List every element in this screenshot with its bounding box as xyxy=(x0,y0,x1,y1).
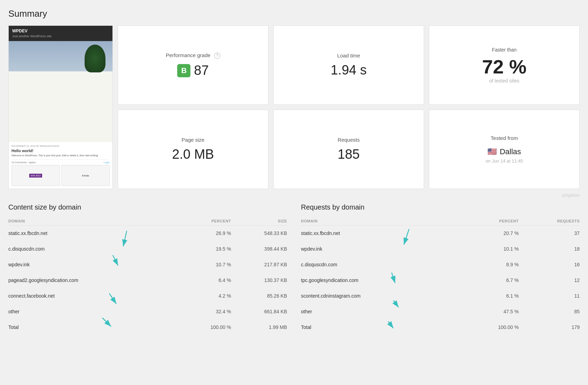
pingdom-label: pingdom xyxy=(8,192,580,198)
content-size-section: Content size by domain xyxy=(8,203,287,335)
load-time-value: 1.94 s xyxy=(331,63,367,78)
domain-sections: Content size by domain xyxy=(8,203,580,335)
faster-than-label: Faster than xyxy=(492,47,517,53)
page-title: Summary xyxy=(8,8,580,19)
requests-card: Requests 185 xyxy=(273,110,424,189)
requests-cell: 179 xyxy=(519,320,580,335)
size-cell: 398.44 KB xyxy=(231,241,287,257)
site-preview-content: NOVEMBER 18, 2016 BY BRIANJACKSON Hello … xyxy=(9,142,112,189)
domain-cell: c.disquscdn.com xyxy=(301,257,463,273)
domain-cell: connect.facebook.net xyxy=(8,288,180,304)
performance-grade-card: Performance grade ? B 87 xyxy=(118,25,268,105)
tested-from-card: Tested from 🇺🇸 Dallas on Jun 14 at 11:45 xyxy=(429,110,580,189)
content-size-title: Content size by domain xyxy=(8,203,287,211)
tested-from-label: Tested from xyxy=(491,135,518,141)
requests-domain-table-body: static.xx.fbcdn.net 20.7 % 37 wpdev.ink … xyxy=(301,226,580,335)
size-cell: 548.33 KB xyxy=(231,226,287,241)
size-cell: 130.37 KB xyxy=(231,273,287,288)
percent-cell: 100.00 % xyxy=(463,320,519,335)
table-row: other 32.4 % 661.84 KB xyxy=(8,304,287,320)
percent-cell: 6.4 % xyxy=(180,273,231,288)
content-size-size-header: SIZE xyxy=(231,217,287,226)
requests-percent-header: PERCENT xyxy=(463,217,519,226)
site-preview-header: WPDEVJust another WordPress site xyxy=(9,26,112,41)
percent-cell: 6.1 % xyxy=(463,288,519,304)
summary-section: WPDEVJust another WordPress site NOVEMBE… xyxy=(8,25,580,189)
size-cell: 661.84 KB xyxy=(231,304,287,320)
requests-label: Requests xyxy=(338,137,360,143)
faster-than-percent: 72 % xyxy=(482,55,527,78)
metrics-grid: Performance grade ? B 87 Load time 1.94 … xyxy=(118,25,580,189)
us-flag-icon: 🇺🇸 xyxy=(487,147,497,156)
size-cell: 217.87 KB xyxy=(231,257,287,273)
table-row: Total 100.00 % 1.99 MB xyxy=(8,320,287,335)
domain-cell: wpdev.ink xyxy=(8,257,180,273)
tested-city: Dallas xyxy=(500,147,521,156)
percent-cell: 10.1 % xyxy=(463,241,519,257)
percent-cell: 100.00 % xyxy=(180,320,231,335)
size-cell: 1.99 MB xyxy=(231,320,287,335)
requests-cell: 16 xyxy=(519,257,580,273)
requests-cell: 37 xyxy=(519,226,580,241)
site-preview: WPDEVJust another WordPress site NOVEMBE… xyxy=(8,25,113,189)
load-time-card: Load time 1.94 s xyxy=(273,25,424,105)
content-size-table: DOMAIN PERCENT SIZE static.xx.fbcdn.net … xyxy=(8,217,287,335)
domain-cell: other xyxy=(301,304,463,320)
domain-cell: scontent.cdninstagram.com xyxy=(301,288,463,304)
faster-than-sub: of tested sites xyxy=(489,78,519,84)
requests-domain-table: DOMAIN PERCENT REQUESTS static.xx.fbcdn.… xyxy=(301,217,580,335)
percent-cell: 19.5 % xyxy=(180,241,231,257)
size-cell: 85.26 KB xyxy=(231,288,287,304)
table-row: c.disquscdn.com 19.5 % 398.44 KB xyxy=(8,241,287,257)
content-size-percent-header: PERCENT xyxy=(180,217,231,226)
percent-cell: 32.4 % xyxy=(180,304,231,320)
page-size-value: 2.0 MB xyxy=(172,147,214,162)
requests-cell: 85 xyxy=(519,304,580,320)
performance-grade-label: Performance grade ? xyxy=(166,52,220,59)
domain-cell: c.disquscdn.com xyxy=(8,241,180,257)
domain-cell: other xyxy=(8,304,180,320)
percent-cell: 26.9 % xyxy=(180,226,231,241)
requests-by-domain-title: Requests by domain xyxy=(301,203,580,211)
tested-date: on Jun 14 at 11:45 xyxy=(486,158,523,164)
plant-decoration xyxy=(85,45,105,72)
requests-cell: 18 xyxy=(519,241,580,257)
table-row: pagead2.googlesyndication.com 6.4 % 130.… xyxy=(8,273,287,288)
page-size-card: Page size 2.0 MB xyxy=(118,110,268,189)
percent-cell: 4.2 % xyxy=(180,288,231,304)
domain-cell: wpdev.ink xyxy=(301,241,463,257)
domain-cell: static.xx.fbcdn.net xyxy=(301,226,463,241)
content-size-table-body: static.xx.fbcdn.net 26.9 % 548.33 KB c.d… xyxy=(8,226,287,335)
content-size-domain-header: DOMAIN xyxy=(8,217,180,226)
table-row: c.disquscdn.com 8.9 % 16 xyxy=(301,257,580,273)
page-size-label: Page size xyxy=(182,137,205,143)
question-icon[interactable]: ? xyxy=(214,53,220,59)
table-row: wpdev.ink 10.1 % 18 xyxy=(301,241,580,257)
table-row: static.xx.fbcdn.net 26.9 % 548.33 KB xyxy=(8,226,287,241)
requests-domain-header-row: DOMAIN PERCENT REQUESTS xyxy=(301,217,580,226)
site-preview-image xyxy=(9,41,112,142)
percent-cell: 6.7 % xyxy=(463,273,519,288)
percent-cell: 20.7 % xyxy=(463,226,519,241)
table-row: scontent.cdninstagram.com 6.1 % 11 xyxy=(301,288,580,304)
domain-cell: Total xyxy=(8,320,180,335)
domain-cell: Total xyxy=(301,320,463,335)
load-time-label: Load time xyxy=(337,53,360,58)
requests-requests-header: REQUESTS xyxy=(519,217,580,226)
content-size-header-row: DOMAIN PERCENT SIZE xyxy=(8,217,287,226)
table-row: Total 100.00 % 179 xyxy=(301,320,580,335)
percent-cell: 47.5 % xyxy=(463,304,519,320)
requests-cell: 11 xyxy=(519,288,580,304)
domain-cell: pagead2.googlesyndication.com xyxy=(8,273,180,288)
requests-value: 185 xyxy=(338,147,360,162)
percent-cell: 10.7 % xyxy=(180,257,231,273)
percent-cell: 8.9 % xyxy=(463,257,519,273)
grade-badge: B xyxy=(177,64,190,77)
table-row: wpdev.ink 10.7 % 217.87 KB xyxy=(8,257,287,273)
table-row: connect.facebook.net 4.2 % 85.26 KB xyxy=(8,288,287,304)
faster-than-card: Faster than 72 % of tested sites xyxy=(429,25,580,105)
table-row: tpc.googlesyndication.com 6.7 % 12 xyxy=(301,273,580,288)
domain-cell: tpc.googlesyndication.com xyxy=(301,273,463,288)
table-row: other 47.5 % 85 xyxy=(301,304,580,320)
domain-cell: static.xx.fbcdn.net xyxy=(8,226,180,241)
